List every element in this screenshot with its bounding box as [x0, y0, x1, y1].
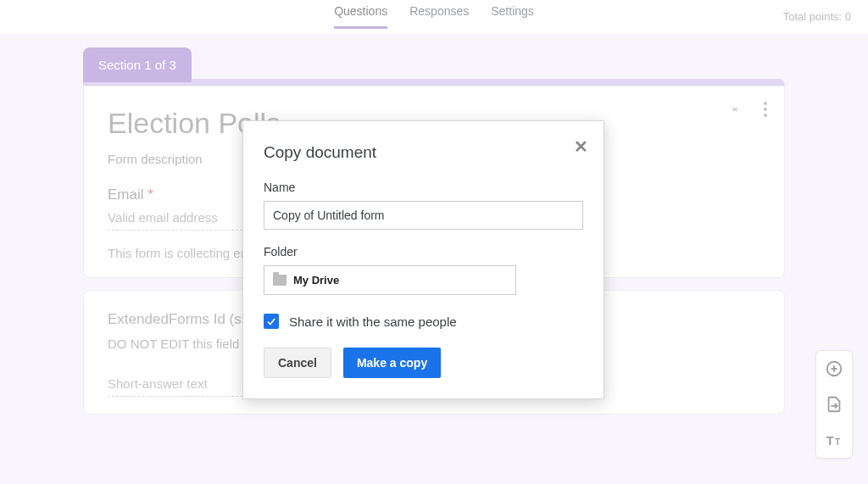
folder-name: My Drive	[293, 274, 339, 287]
make-copy-button[interactable]: Make a copy	[343, 348, 441, 378]
folder-icon	[273, 275, 287, 286]
name-field-label: Name	[264, 181, 583, 194]
folder-picker[interactable]: My Drive	[264, 265, 516, 295]
name-input[interactable]	[264, 201, 583, 230]
folder-field-label: Folder	[264, 245, 583, 259]
dialog-title: Copy document	[264, 143, 583, 162]
copy-document-dialog: ✕ Copy document Name Folder My Drive Sha…	[242, 120, 604, 399]
cancel-button[interactable]: Cancel	[264, 348, 331, 378]
modal-overlay: ✕ Copy document Name Folder My Drive Sha…	[0, 0, 868, 484]
close-icon[interactable]: ✕	[574, 136, 588, 157]
share-checkbox-label: Share it with the same people	[289, 314, 457, 329]
share-checkbox[interactable]	[264, 314, 279, 329]
